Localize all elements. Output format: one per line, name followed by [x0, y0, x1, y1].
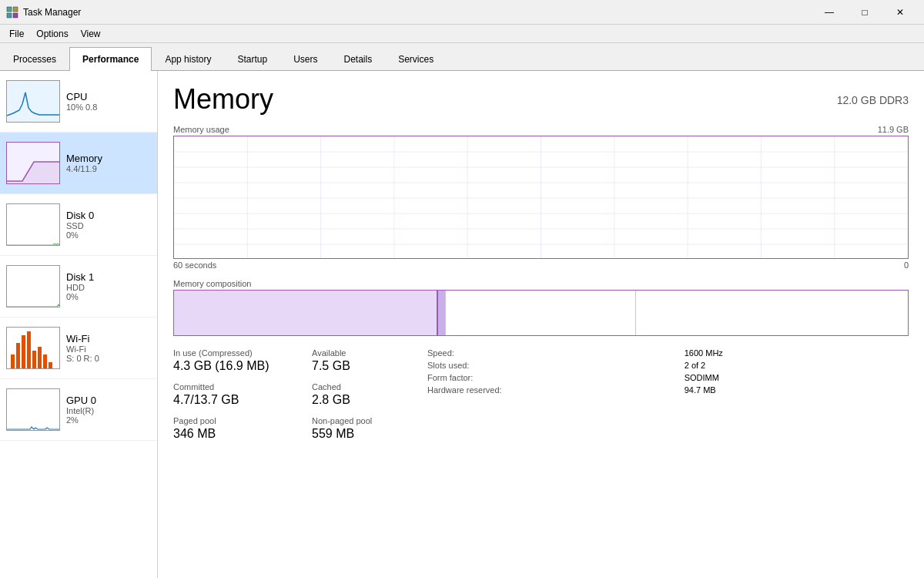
- stat-col-2: Available 7.5 GB Cached 2.8 GB Non-paged…: [312, 348, 427, 450]
- svg-rect-18: [7, 389, 60, 431]
- comp-standby: [446, 291, 637, 335]
- max-label: 11.9 GB: [878, 125, 909, 134]
- window-controls: — □ ✕: [812, 0, 918, 25]
- cpu-sublabel: 10% 0.8: [66, 102, 151, 112]
- disk1-mini-chart: [6, 265, 60, 307]
- speed-key: Speed:: [427, 348, 672, 358]
- performance-content: Memory 12.0 GB DDR3 Memory usage 11.9 GB: [158, 71, 924, 578]
- gpu-usage: 2%: [66, 415, 151, 425]
- sidebar-item-disk1[interactable]: Disk 1 HDD 0%: [0, 256, 157, 318]
- stat-available: Available 7.5 GB: [312, 348, 412, 373]
- content-header: Memory 12.0 GB DDR3: [173, 83, 909, 116]
- svg-rect-17: [49, 362, 52, 368]
- gpu-type: Intel(R): [66, 406, 151, 415]
- maximize-button[interactable]: □: [847, 0, 882, 25]
- comp-modified: [438, 291, 446, 335]
- tab-details[interactable]: Details: [330, 47, 385, 70]
- time-start: 60 seconds: [173, 260, 216, 270]
- usage-graph-container: [173, 136, 909, 259]
- tab-app-history[interactable]: App history: [152, 47, 224, 70]
- stats-grid: In use (Compressed) 4.3 GB (16.9 MB) Com…: [173, 348, 909, 450]
- main-content: CPU 10% 0.8 Memory 4.4/11.9: [0, 71, 924, 578]
- svg-rect-11: [16, 343, 20, 368]
- close-button[interactable]: ✕: [882, 0, 918, 25]
- paged-pool-label: Paged pool: [173, 416, 296, 425]
- hw-reserved-val: 94.7 MB: [685, 385, 893, 395]
- gpu-mini-chart: [6, 388, 60, 431]
- menu-options[interactable]: Options: [30, 27, 74, 41]
- disk1-usage: 0%: [66, 292, 151, 301]
- comp-free: [636, 291, 908, 335]
- tab-bar: Processes Performance App history Startu…: [0, 43, 924, 71]
- hw-reserved-key: Hardware reserved:: [427, 385, 672, 395]
- tab-startup[interactable]: Startup: [224, 47, 280, 70]
- memory-sublabel: 4.4/11.9: [66, 164, 151, 173]
- stat-in-use: In use (Compressed) 4.3 GB (16.9 MB): [173, 348, 296, 373]
- wifi-usage: S: 0 R: 0: [66, 354, 151, 363]
- sidebar: CPU 10% 0.8 Memory 4.4/11.9: [0, 71, 158, 578]
- stat-cached: Cached 2.8 GB: [312, 382, 412, 407]
- slots-key: Slots used:: [427, 361, 672, 370]
- tab-users[interactable]: Users: [280, 47, 330, 70]
- sidebar-item-gpu[interactable]: GPU 0 Intel(R) 2%: [0, 379, 157, 441]
- svg-rect-16: [43, 355, 47, 368]
- disk0-label: Disk 0: [66, 210, 151, 221]
- gpu-label: GPU 0: [66, 395, 151, 406]
- stat-col-1: In use (Compressed) 4.3 GB (16.9 MB) Com…: [173, 348, 312, 450]
- speed-val: 1600 MHz: [685, 348, 893, 358]
- memory-usage-graph: Memory usage 11.9 GB: [173, 125, 909, 270]
- memory-info: Memory 4.4/11.9: [66, 153, 151, 173]
- svg-rect-3: [13, 13, 18, 18]
- available-label: Available: [312, 348, 412, 358]
- spec-grid: Speed: 1600 MHz Slots used: 2 of 2 Form …: [427, 348, 893, 395]
- disk1-info: Disk 1 HDD 0%: [66, 271, 151, 301]
- time-end: 0: [904, 260, 909, 270]
- sidebar-item-cpu[interactable]: CPU 10% 0.8: [0, 71, 157, 133]
- svg-rect-1: [13, 7, 18, 12]
- tab-processes[interactable]: Processes: [0, 47, 69, 70]
- wifi-type: Wi-Fi: [66, 344, 151, 354]
- menu-bar: File Options View: [0, 25, 924, 43]
- comp-in-use: [174, 291, 438, 335]
- cpu-info: CPU 10% 0.8: [66, 91, 151, 112]
- form-factor-key: Form factor:: [427, 373, 672, 382]
- stat-committed: Committed 4.7/13.7 GB: [173, 382, 296, 407]
- menu-view[interactable]: View: [75, 27, 107, 41]
- sidebar-item-wifi[interactable]: Wi-Fi Wi-Fi S: 0 R: 0: [0, 318, 157, 379]
- tab-services[interactable]: Services: [385, 47, 447, 70]
- sidebar-item-disk0[interactable]: Disk 0 SSD 0%: [0, 194, 157, 256]
- stat-col-specs: Speed: 1600 MHz Slots used: 2 of 2 Form …: [427, 348, 909, 450]
- disk0-info: Disk 0 SSD 0%: [66, 210, 151, 240]
- stat-non-paged: Non-paged pool 559 MB: [312, 416, 412, 441]
- usage-graph-svg: [174, 136, 908, 259]
- paged-pool-value: 346 MB: [173, 427, 296, 441]
- window-title: Task Manager: [23, 7, 81, 18]
- wifi-info: Wi-Fi Wi-Fi S: 0 R: 0: [66, 333, 151, 363]
- form-factor-val: SODIMM: [685, 373, 893, 382]
- in-use-label: In use (Compressed): [173, 348, 296, 358]
- svg-rect-0: [7, 7, 12, 12]
- svg-rect-15: [38, 347, 42, 368]
- svg-rect-12: [22, 335, 25, 368]
- svg-rect-7: [7, 204, 60, 246]
- title-bar: Task Manager — □ ✕: [0, 0, 924, 25]
- usage-label: Memory usage: [173, 125, 229, 134]
- memory-type: 12.0 GB DDR3: [837, 83, 909, 106]
- disk1-type: HDD: [66, 283, 151, 292]
- svg-rect-2: [7, 13, 12, 18]
- memory-composition-section: Memory composition: [173, 279, 909, 336]
- title-bar-left: Task Manager: [6, 6, 81, 18]
- disk0-mini-chart: [6, 203, 60, 246]
- memory-mini-chart: [6, 142, 60, 184]
- svg-rect-13: [27, 331, 31, 368]
- minimize-button[interactable]: —: [812, 0, 847, 25]
- cpu-mini-chart: [6, 80, 60, 123]
- tab-performance[interactable]: Performance: [69, 47, 152, 71]
- disk0-type: SSD: [66, 221, 151, 230]
- disk1-label: Disk 1: [66, 271, 151, 283]
- menu-file[interactable]: File: [3, 27, 30, 41]
- svg-rect-14: [32, 351, 36, 368]
- svg-rect-8: [7, 266, 60, 307]
- stat-paged-pool: Paged pool 346 MB: [173, 416, 296, 441]
- sidebar-item-memory[interactable]: Memory 4.4/11.9: [0, 133, 157, 194]
